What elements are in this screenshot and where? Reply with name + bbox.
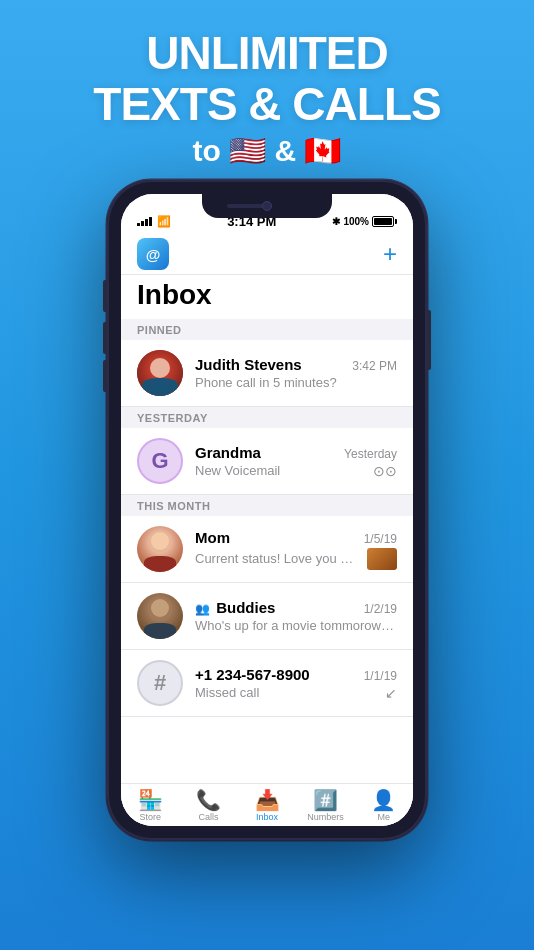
conv-item-judith[interactable]: Judith Stevens 3:42 PM Phone call in 5 m… bbox=[121, 340, 413, 407]
tab-inbox[interactable]: 📥 Inbox bbox=[238, 790, 296, 822]
conv-name-judith: Judith Stevens bbox=[195, 356, 302, 373]
tab-me-label: Me bbox=[378, 812, 391, 822]
conv-info-number: +1 234-567-8900 1/1/19 Missed call ↙ bbox=[195, 666, 397, 701]
tab-inbox-label: Inbox bbox=[256, 812, 278, 822]
conversation-list: Judith Stevens 3:42 PM Phone call in 5 m… bbox=[121, 340, 413, 783]
section-this-month: THIS MONTH bbox=[121, 495, 413, 516]
me-icon: 👤 bbox=[371, 790, 396, 810]
conv-item-buddies[interactable]: 👥 Buddies 1/2/19 Who's up for a movie to… bbox=[121, 583, 413, 650]
signal-bar-2 bbox=[141, 221, 144, 226]
phone-mockup: 📶 3:14 PM ✱ 100% bbox=[107, 180, 427, 840]
tab-numbers-label: Numbers bbox=[307, 812, 344, 822]
conv-info-buddies: 👥 Buddies 1/2/19 Who's up for a movie to… bbox=[195, 599, 397, 633]
section-pinned: PINNED bbox=[121, 319, 413, 340]
page-title-area: Inbox bbox=[121, 275, 413, 319]
tab-calls[interactable]: 📞 Calls bbox=[179, 790, 237, 822]
page-title: Inbox bbox=[137, 279, 397, 311]
hero-line1: UNLIMITED bbox=[0, 28, 534, 79]
preview-thumbnail-mom bbox=[367, 548, 397, 570]
conv-preview-judith: Phone call in 5 minutes? bbox=[195, 375, 397, 390]
speaker bbox=[227, 204, 267, 208]
phone-frame: 📶 3:14 PM ✱ 100% bbox=[107, 180, 427, 840]
compose-button[interactable]: + bbox=[383, 242, 397, 266]
store-icon: 🏪 bbox=[138, 790, 163, 810]
inbox-icon: 📥 bbox=[255, 790, 280, 810]
conv-preview-buddies: Who's up for a movie tommorow night? bbox=[195, 618, 397, 633]
battery-icon bbox=[372, 216, 397, 227]
hero-line2: TEXTS & CALLS bbox=[0, 79, 534, 130]
tab-store-label: Store bbox=[139, 812, 161, 822]
camera bbox=[262, 201, 272, 211]
conv-info-judith: Judith Stevens 3:42 PM Phone call in 5 m… bbox=[195, 356, 397, 390]
conv-time-number: 1/1/19 bbox=[364, 669, 397, 683]
conv-item-number[interactable]: # +1 234-567-8900 1/1/19 Missed call ↙ bbox=[121, 650, 413, 717]
app-content: @ + Inbox PINNED bbox=[121, 230, 413, 826]
bluetooth-icon: ✱ bbox=[332, 216, 340, 227]
conv-item-mom[interactable]: Mom 1/5/19 Current status! Love you Mom … bbox=[121, 516, 413, 583]
phone-screen: 📶 3:14 PM ✱ 100% bbox=[121, 194, 413, 826]
conv-name-mom: Mom bbox=[195, 529, 230, 546]
tab-numbers[interactable]: #️⃣ Numbers bbox=[296, 790, 354, 822]
conv-preview-mom: Current status! Love you Mom 😘 bbox=[195, 551, 363, 566]
voicemail-icon: ⊙⊙ bbox=[373, 463, 397, 479]
signal-bars bbox=[137, 216, 152, 226]
avatar-judith bbox=[137, 350, 183, 396]
tab-bar: 🏪 Store 📞 Calls 📥 Inbox #️⃣ Numbers bbox=[121, 783, 413, 826]
conv-name-grandma: Grandma bbox=[195, 444, 261, 461]
avatar-buddies bbox=[137, 593, 183, 639]
hero-section: UNLIMITED TEXTS & CALLS to 🇺🇸 & 🇨🇦 bbox=[0, 0, 534, 168]
conv-preview-number: Missed call bbox=[195, 685, 385, 700]
avatar-number: # bbox=[137, 660, 183, 706]
section-yesterday: YESTERDAY bbox=[121, 407, 413, 428]
conv-name-buddies: 👥 Buddies bbox=[195, 599, 275, 616]
wifi-icon: 📶 bbox=[157, 215, 171, 228]
calls-icon: 📞 bbox=[196, 790, 221, 810]
conv-time-mom: 1/5/19 bbox=[364, 532, 397, 546]
phone-notch bbox=[202, 194, 332, 218]
avatar-grandma: G bbox=[137, 438, 183, 484]
logo-icon: @ bbox=[146, 246, 161, 263]
tab-me[interactable]: 👤 Me bbox=[355, 790, 413, 822]
status-right: ✱ 100% bbox=[332, 216, 397, 227]
hero-subtitle: to 🇺🇸 & 🇨🇦 bbox=[0, 133, 534, 168]
avatar-mom bbox=[137, 526, 183, 572]
status-left: 📶 bbox=[137, 215, 171, 228]
conv-name-number: +1 234-567-8900 bbox=[195, 666, 310, 683]
conv-preview-grandma: New Voicemail bbox=[195, 463, 373, 478]
missed-call-icon: ↙ bbox=[385, 685, 397, 701]
tab-calls-label: Calls bbox=[199, 812, 219, 822]
tab-store[interactable]: 🏪 Store bbox=[121, 790, 179, 822]
nav-bar: @ + bbox=[121, 230, 413, 275]
signal-bar-3 bbox=[145, 219, 148, 226]
signal-bar-4 bbox=[149, 217, 152, 226]
conv-time-buddies: 1/2/19 bbox=[364, 602, 397, 616]
app-logo[interactable]: @ bbox=[137, 238, 169, 270]
conv-time-judith: 3:42 PM bbox=[352, 359, 397, 373]
conv-info-mom: Mom 1/5/19 Current status! Love you Mom … bbox=[195, 529, 397, 570]
numbers-icon: #️⃣ bbox=[313, 790, 338, 810]
conv-time-grandma: Yesterday bbox=[344, 447, 397, 461]
signal-bar-1 bbox=[137, 223, 140, 226]
conv-item-grandma[interactable]: G Grandma Yesterday New Voicemail ⊙⊙ bbox=[121, 428, 413, 495]
battery-percent: 100% bbox=[343, 216, 369, 227]
conv-info-grandma: Grandma Yesterday New Voicemail ⊙⊙ bbox=[195, 444, 397, 479]
